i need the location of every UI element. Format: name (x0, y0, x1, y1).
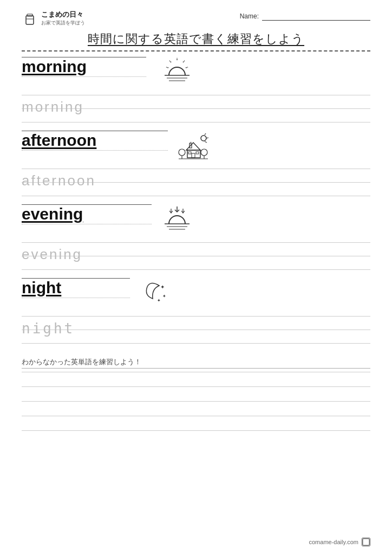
practice-evening: evening (22, 237, 370, 276)
title-section: 時間に関する英語で書く練習をしよう (22, 31, 370, 51)
logo-main-text: こまめの日々 (41, 10, 85, 20)
practice-morning: morning (22, 89, 370, 128)
practice-morning-word: morning (22, 99, 84, 115)
moon-stars-icon: ✦ ✦ ✦ (139, 278, 172, 308)
svg-text:✦: ✦ (162, 294, 166, 299)
svg-line-11 (205, 133, 206, 135)
svg-rect-18 (192, 153, 195, 158)
svg-point-14 (201, 135, 206, 141)
svg-text:✦: ✦ (157, 298, 161, 303)
evening-word: evening (22, 205, 152, 223)
extra-practice-lines (22, 372, 370, 431)
practice-afternoon: afternoon (22, 163, 370, 202)
title-dashed-line (22, 50, 370, 51)
morning-bottom-dotted (22, 76, 146, 77)
header: こまめの日々 お家で英語を学ぼう Name: (22, 10, 370, 27)
name-field: Name: (240, 12, 370, 21)
name-underline (262, 12, 370, 21)
svg-line-6 (166, 67, 168, 68)
word-block-night: night ✦ ✦ ✦ (22, 278, 370, 308)
main-title: 時間に関する英語で書く練習をしよう (22, 31, 370, 47)
name-label: Name: (240, 12, 259, 20)
word-block-evening: evening (22, 204, 370, 235)
page: こまめの日々 お家で英語を学ぼう Name: 時間に関する英語で書く練習をしよう… (0, 0, 392, 555)
word-block-morning: morning (22, 57, 370, 87)
footer-icon (362, 538, 370, 546)
svg-rect-35 (363, 539, 369, 545)
svg-line-13 (205, 141, 207, 143)
night-word: night (22, 279, 130, 296)
practice-evening-word: evening (22, 246, 82, 263)
svg-marker-16 (186, 143, 200, 150)
svg-point-21 (179, 149, 185, 156)
morning-word: morning (22, 57, 152, 75)
sun-setting-icon (160, 204, 194, 235)
svg-line-5 (183, 61, 185, 62)
svg-text:✦: ✦ (160, 284, 165, 290)
svg-rect-20 (196, 152, 199, 154)
practice-afternoon-word: afternoon (22, 172, 96, 189)
svg-rect-1 (27, 14, 32, 16)
afternoon-word: afternoon (22, 131, 168, 149)
sun-rising-icon (160, 57, 194, 87)
logo-sub-text: お家で英語を学ぼう (41, 20, 85, 27)
logo-text: こまめの日々 お家で英語を学ぼう (41, 10, 85, 27)
practice-night-word: night (22, 320, 75, 337)
svg-point-23 (201, 149, 207, 156)
word-block-afternoon: afternoon (22, 131, 370, 161)
svg-rect-19 (188, 152, 191, 154)
svg-rect-0 (26, 16, 34, 24)
svg-line-4 (169, 61, 171, 62)
footer: comame-daily.com (309, 538, 371, 546)
svg-line-7 (186, 67, 188, 68)
bottom-note: わからなかった英単語を練習しよう！ (22, 357, 370, 369)
practice-night: night (22, 311, 370, 350)
logo-icon (22, 10, 38, 27)
logo-area: こまめの日々 お家で英語を学ぼう (22, 10, 85, 27)
footer-url: comame-daily.com (309, 539, 359, 545)
house-daytime-icon (177, 131, 210, 161)
